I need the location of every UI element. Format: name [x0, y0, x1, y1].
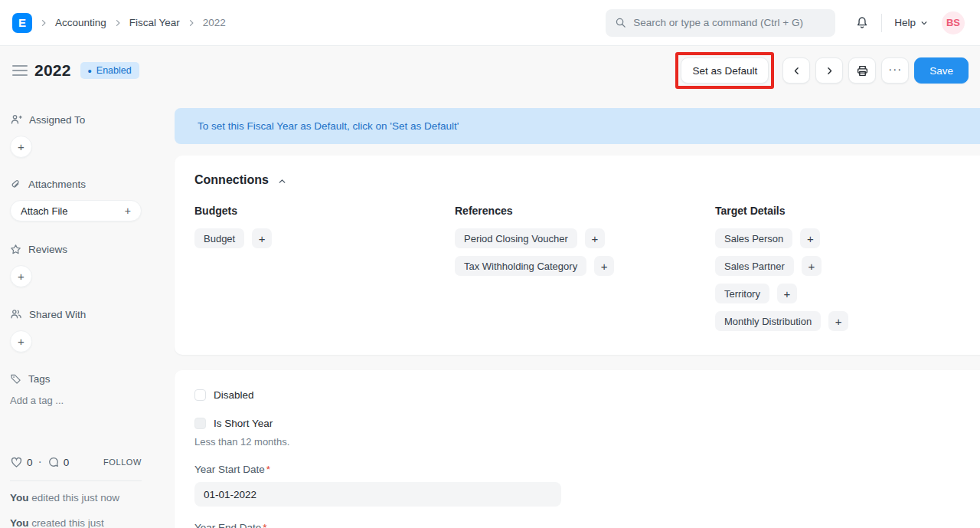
chevron-up-icon[interactable] [277, 175, 287, 186]
attach-file-button[interactable]: Attach File + [10, 200, 142, 221]
plus-icon: + [259, 232, 266, 245]
page-body: 2022 • Enabled Set as Default [0, 46, 980, 528]
plus-icon: + [125, 205, 131, 217]
set-as-default-button[interactable]: Set as Default [681, 57, 769, 84]
search-input[interactable] [633, 17, 826, 28]
page-actions: Set as Default ··· Save [675, 52, 969, 89]
plus-icon: + [835, 315, 842, 328]
required-marker: * [263, 522, 266, 528]
attach-file-label: Attach File [21, 205, 67, 217]
disabled-checkbox[interactable] [194, 389, 206, 401]
link-row: Budget + [194, 228, 455, 248]
link-budget[interactable]: Budget [194, 228, 244, 248]
group-title: References [455, 205, 715, 217]
link-row: Tax Withholding Category + [455, 256, 715, 276]
breadcrumb-accounting[interactable]: Accounting [55, 17, 106, 28]
tag-icon [10, 373, 21, 385]
add-tag-input[interactable]: Add a tag ... [10, 395, 162, 406]
activity-time: just now [82, 492, 120, 503]
chevron-right-icon [825, 66, 835, 76]
link-sales-partner[interactable]: Sales Partner [715, 256, 794, 276]
add-territory-button[interactable]: + [777, 284, 797, 303]
link-sales-person[interactable]: Sales Person [715, 228, 792, 248]
page-title: 2022 [34, 61, 71, 80]
year-start-date-input[interactable] [194, 482, 561, 507]
is-short-year-checkbox[interactable] [194, 418, 206, 429]
add-monthly-distribution-button[interactable]: + [828, 311, 848, 331]
print-button[interactable] [848, 57, 876, 84]
year-start-date-label-text: Year Start Date [194, 464, 265, 475]
add-tax-withholding-category-button[interactable]: + [594, 256, 614, 276]
attachments-label: Attachments [28, 179, 86, 190]
link-row: Sales Person + [715, 228, 975, 248]
breadcrumb-fiscal-year[interactable]: Fiscal Year [129, 17, 180, 28]
user-avatar[interactable]: BS [942, 11, 965, 34]
social-row: 0 · 0 FOLLOW [10, 455, 142, 469]
prev-record-button[interactable] [782, 57, 810, 84]
plus-icon: + [18, 270, 24, 283]
comment-icon[interactable] [47, 456, 60, 468]
connections-columns: Budgets Budget + References Period Closi… [194, 205, 975, 339]
link-row: Sales Partner + [715, 256, 975, 276]
star-icon [10, 244, 21, 255]
link-monthly-distribution[interactable]: Monthly Distribution [715, 311, 821, 331]
next-record-button[interactable] [815, 57, 843, 84]
activity-edited: You edited this just now [10, 491, 125, 506]
red-annotation-box: Set as Default [675, 52, 774, 89]
plus-icon: + [807, 232, 814, 245]
tags-section: Tags [10, 373, 162, 385]
link-row: Period Closing Voucher + [455, 228, 715, 248]
link-period-closing-voucher[interactable]: Period Closing Voucher [455, 228, 577, 248]
add-share-button[interactable]: + [10, 330, 32, 353]
connections-group-references: References Period Closing Voucher + Tax … [455, 205, 715, 339]
people-icon [10, 308, 22, 320]
navbar: E Accounting Fiscal Year 2022 Help BS [0, 0, 980, 46]
app-logo[interactable]: E [12, 13, 32, 33]
add-review-button[interactable]: + [10, 265, 32, 287]
heart-icon[interactable] [10, 456, 23, 468]
assign-user-icon [10, 113, 22, 126]
is-short-year-help: Less than 12 months. [194, 436, 975, 448]
required-marker: * [266, 464, 270, 475]
link-territory[interactable]: Territory [715, 284, 769, 303]
plus-icon: + [18, 140, 24, 153]
follow-button[interactable]: FOLLOW [103, 457, 142, 467]
plus-icon: + [784, 287, 791, 300]
add-budget-button[interactable]: + [252, 228, 272, 248]
menu-ellipsis-button[interactable]: ··· [881, 57, 909, 84]
connections-group-target-details: Target Details Sales Person + Sales Part… [715, 205, 975, 339]
search-icon [615, 17, 626, 28]
reviews-section: Reviews [10, 244, 162, 255]
comment-count: 0 [64, 457, 70, 468]
save-button[interactable]: Save [914, 57, 969, 84]
plus-icon: + [591, 232, 598, 245]
activity-actor: You [10, 517, 29, 528]
navbar-right: Help BS [606, 9, 965, 37]
add-sales-partner-button[interactable]: + [802, 256, 822, 276]
chevron-right-icon [39, 18, 48, 28]
page-header: 2022 • Enabled Set as Default [0, 46, 980, 95]
global-search[interactable] [606, 9, 835, 37]
attachments-section: Attachments [10, 179, 162, 190]
add-period-closing-voucher-button[interactable]: + [585, 228, 605, 248]
group-title: Target Details [715, 205, 975, 217]
connections-header: Connections [194, 173, 975, 187]
add-assignment-button[interactable]: + [10, 136, 32, 158]
chevron-right-icon [187, 18, 196, 28]
app-logo-letter: E [18, 16, 26, 29]
printer-icon [856, 64, 869, 77]
shared-with-section: Shared With [10, 308, 162, 320]
year-start-date-label: Year Start Date* [194, 464, 975, 475]
is-short-year-label: Is Short Year [214, 418, 273, 429]
notifications-bell-icon[interactable] [855, 15, 869, 30]
dot-separator: · [38, 455, 42, 469]
details-card: Disabled Is Short Year Less than 12 mont… [175, 370, 980, 528]
page-layout: Assigned To + Attachments Attach File + … [0, 95, 980, 528]
help-menu[interactable]: Help [894, 17, 928, 28]
paperclip-icon [10, 179, 21, 190]
sidebar-toggle-icon[interactable] [12, 63, 28, 78]
link-tax-withholding-category[interactable]: Tax Withholding Category [455, 256, 586, 276]
add-sales-person-button[interactable]: + [800, 228, 820, 248]
info-banner: To set this Fiscal Year as Default, clic… [175, 108, 980, 144]
status-badge: • Enabled [80, 62, 139, 79]
